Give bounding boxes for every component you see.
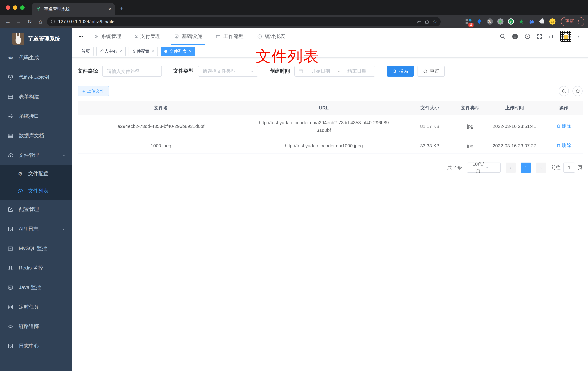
extension-badge: 11 bbox=[468, 23, 473, 27]
tag-profile[interactable]: 个人中心 × bbox=[96, 47, 126, 56]
site-info-icon[interactable] bbox=[51, 19, 55, 24]
font-size-icon[interactable]: TT bbox=[549, 33, 554, 40]
filter-form: 文件路径 文件类型 请选择文件类型 创建时间 bbox=[78, 66, 583, 77]
col-header-time: 上传时间 bbox=[484, 101, 545, 115]
search-button[interactable]: 搜索 bbox=[387, 66, 414, 77]
delete-button[interactable]: 删除 bbox=[556, 122, 571, 130]
tab-close-icon[interactable]: × bbox=[108, 6, 111, 12]
end-date-placeholder[interactable]: 结束日期 bbox=[342, 68, 371, 74]
file-path-input[interactable] bbox=[102, 66, 162, 77]
main-area: ⚙ 系统管理 ¥ 支付管理 基础设施 bbox=[72, 28, 588, 371]
top-menu-infrastructure[interactable]: 基础设施 bbox=[174, 28, 202, 45]
extension-puzzle-icon[interactable] bbox=[539, 18, 545, 25]
prev-page-button[interactable]: ‹ bbox=[506, 162, 516, 172]
code-icon: </> bbox=[8, 55, 13, 61]
top-right-tools: ? TT ▾ bbox=[500, 31, 579, 42]
sidebar-item-log-center[interactable]: 日志中心 bbox=[0, 336, 72, 356]
goto-page-input[interactable] bbox=[563, 162, 575, 172]
sidebar-item-file-list[interactable]: 文件列表 bbox=[0, 182, 72, 200]
github-icon[interactable] bbox=[512, 33, 518, 40]
extension-emoji-icon[interactable]: ☺ bbox=[549, 18, 556, 25]
top-menu-reports[interactable]: 统计报表 bbox=[257, 28, 285, 45]
search-icon[interactable] bbox=[500, 33, 506, 39]
extension-eye-icon[interactable]: ◉ bbox=[528, 18, 535, 25]
sidebar-item-scheduled-tasks[interactable]: 定时任务 bbox=[0, 297, 72, 317]
sidebar-item-code-gen[interactable]: </> 代码生成 bbox=[0, 48, 72, 68]
eye-icon bbox=[8, 324, 13, 329]
pagination: 共 2 条 10条/页 ‹ 1 › 前往 bbox=[78, 162, 583, 172]
extension-badged-icon[interactable]: 11 bbox=[466, 18, 472, 25]
app-logo[interactable]: 芋道管理系统 bbox=[0, 28, 72, 48]
address-bar[interactable]: 127.0.0.1:1024/infra/file/file ☆ bbox=[47, 17, 441, 26]
sidebar-item-java-monitor[interactable]: Java 监控 bbox=[0, 278, 72, 297]
password-key-icon[interactable] bbox=[417, 19, 422, 24]
tags-bar: 首页 个人中心 × 文件配置 × 文件列表 × bbox=[72, 45, 588, 58]
plus-icon: + bbox=[82, 88, 85, 94]
window-maximize-button[interactable] bbox=[20, 5, 25, 10]
extension-star-icon[interactable] bbox=[518, 18, 525, 25]
browser-menu-kebab-icon[interactable]: ⋮ bbox=[577, 19, 581, 24]
extension-kite-icon[interactable] bbox=[476, 18, 483, 25]
extension-record-icon[interactable] bbox=[497, 18, 504, 25]
next-page-button[interactable]: › bbox=[536, 162, 546, 172]
monitor-icon bbox=[8, 285, 13, 290]
file-type-select[interactable]: 请选择文件类型 bbox=[198, 66, 258, 77]
tag-file-config[interactable]: 文件配置 × bbox=[129, 47, 158, 56]
home-icon[interactable]: ⌂ bbox=[36, 18, 45, 25]
bookmark-star-icon[interactable]: ☆ bbox=[432, 19, 437, 24]
table-toolbar: + 上传文件 bbox=[78, 86, 583, 96]
goto-unit: 页 bbox=[578, 164, 583, 171]
sidebar-item-config-mgmt[interactable]: 配置管理 bbox=[0, 200, 72, 219]
top-menu-system[interactable]: ⚙ 系统管理 bbox=[94, 28, 121, 45]
reload-icon[interactable]: ↻ bbox=[25, 18, 34, 25]
top-menu-workflow[interactable]: 工作流程 bbox=[216, 28, 244, 45]
top-menu-payment[interactable]: ¥ 支付管理 bbox=[135, 28, 160, 45]
browser-tab[interactable]: 芋道管理系统 × bbox=[32, 3, 115, 15]
browser-chrome: 芋道管理系统 × + ← → ↻ ⌂ 127.0.0.1:1024/infra/… bbox=[0, 0, 588, 28]
sidebar-item-redis-monitor[interactable]: Redis 监控 bbox=[0, 258, 72, 278]
reset-button[interactable]: 重置 bbox=[418, 66, 445, 77]
tag-home[interactable]: 首页 bbox=[78, 47, 94, 56]
page-size-select[interactable]: 10条/页 bbox=[467, 162, 501, 172]
tag-file-list[interactable]: 文件列表 × bbox=[161, 47, 195, 56]
fullscreen-icon[interactable] bbox=[537, 33, 543, 39]
chevron-down-icon bbox=[250, 69, 254, 73]
show-search-button[interactable] bbox=[559, 86, 569, 96]
sidebar-item-file-config[interactable]: ⚙ 文件配置 bbox=[0, 165, 72, 182]
tag-close-icon[interactable]: × bbox=[152, 49, 154, 54]
sidebar-item-db-doc[interactable]: 数据库文档 bbox=[0, 126, 72, 146]
shield-check-icon bbox=[8, 74, 13, 80]
sidebar-item-tracing[interactable]: 链路追踪 bbox=[0, 317, 72, 336]
tag-close-icon[interactable]: × bbox=[120, 49, 122, 54]
extension-y-icon[interactable]: y bbox=[507, 18, 514, 25]
sidebar-item-form-builder[interactable]: 表单构建 bbox=[0, 87, 72, 106]
date-range-picker[interactable]: 开始日期 - 结束日期 bbox=[294, 66, 375, 77]
sidebar-item-code-demo[interactable]: 代码生成示例 bbox=[0, 68, 72, 87]
current-page-button[interactable]: 1 bbox=[521, 162, 531, 172]
sidebar-item-api-log[interactable]: API 日志 bbox=[0, 219, 72, 239]
cell-time: 2022-03-16 23:51:41 bbox=[484, 115, 545, 138]
refresh-table-button[interactable] bbox=[572, 86, 583, 96]
tag-close-icon[interactable]: × bbox=[189, 49, 191, 54]
sidebar-collapse-icon[interactable] bbox=[78, 33, 84, 39]
extension-command-icon[interactable]: ⌘ bbox=[486, 18, 493, 25]
avatar-caret-icon[interactable]: ▾ bbox=[578, 34, 579, 38]
upload-file-button[interactable]: + 上传文件 bbox=[78, 86, 109, 96]
help-icon[interactable]: ? bbox=[525, 33, 531, 39]
new-tab-button[interactable]: + bbox=[120, 5, 124, 13]
sidebar-item-mysql-monitor[interactable]: MySQL 监控 bbox=[0, 239, 72, 258]
sidebar-item-file-mgmt[interactable]: 文件管理 bbox=[0, 146, 72, 165]
col-header-url: URL bbox=[244, 101, 403, 115]
back-icon[interactable]: ← bbox=[4, 18, 12, 25]
forward-icon[interactable]: → bbox=[14, 18, 23, 25]
delete-button[interactable]: 删除 bbox=[556, 141, 571, 149]
window-close-button[interactable] bbox=[6, 5, 10, 10]
window-minimize-button[interactable] bbox=[13, 5, 17, 10]
share-icon[interactable] bbox=[425, 19, 430, 24]
sidebar-item-system-api[interactable]: 系统接口 bbox=[0, 106, 72, 126]
table-row: 1000.jpeg http://test.yudao.iocoder.cn/1… bbox=[78, 138, 583, 154]
cell-size: 81.17 KB bbox=[403, 115, 456, 138]
browser-update-button[interactable]: 更新 ⋮ bbox=[561, 17, 584, 26]
start-date-placeholder[interactable]: 开始日期 bbox=[306, 68, 335, 74]
user-avatar[interactable] bbox=[560, 31, 571, 42]
